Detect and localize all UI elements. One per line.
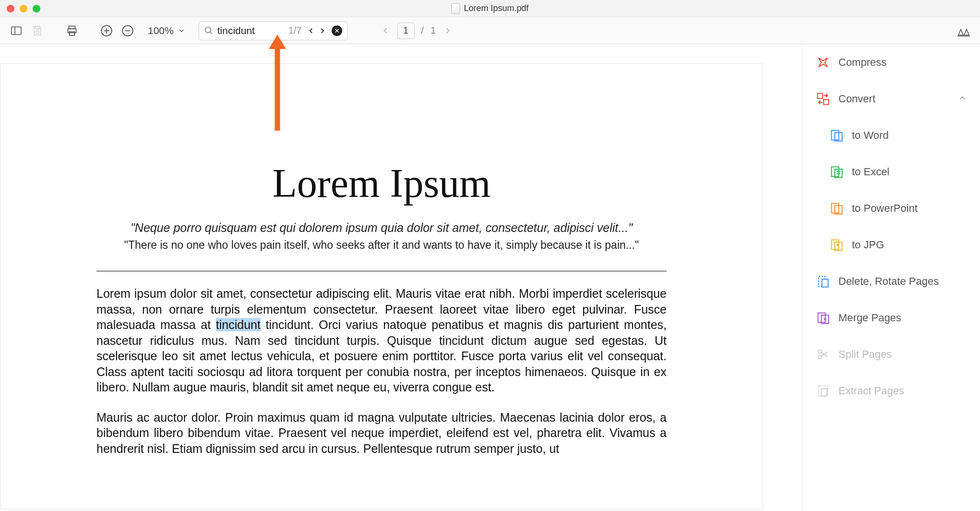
- sidebar-item-convert[interactable]: Convert: [803, 81, 980, 117]
- powerpoint-icon: [830, 202, 843, 215]
- split-icon: [816, 348, 830, 361]
- delete-rotate-icon: [816, 275, 830, 288]
- zoom-level-dropdown[interactable]: 100%: [146, 25, 185, 36]
- maximize-window-button[interactable]: [33, 5, 40, 12]
- svg-point-3: [36, 31, 39, 34]
- document-icon: [451, 3, 460, 14]
- zoom-in-button[interactable]: [98, 22, 115, 39]
- document-page: Lorem Ipsum "Neque porro quisquam est qu…: [0, 63, 763, 510]
- sidebar-label: Delete, Rotate Pages: [838, 275, 967, 288]
- sidebar-label: Compress: [838, 56, 967, 69]
- window-controls: [7, 5, 40, 12]
- zoom-out-button[interactable]: [119, 22, 136, 39]
- svg-point-40: [818, 355, 822, 359]
- sidebar-item-extract: Extract Pages: [803, 373, 980, 409]
- titlebar: Lorem Ipsum.pdf: [0, 0, 980, 17]
- document-quote-2: "There is no one who loves pain itself, …: [96, 239, 667, 252]
- sidebar-item-to-excel[interactable]: to Excel: [803, 154, 980, 190]
- search-next-button[interactable]: [317, 25, 328, 36]
- current-page-number: 1: [403, 25, 408, 36]
- sidebar-label: Merge Pages: [838, 312, 967, 324]
- extract-icon: [816, 384, 830, 398]
- sidebar-item-split: Split Pages: [803, 336, 980, 373]
- svg-rect-2: [36, 26, 39, 29]
- zoom-level-label: 100%: [146, 25, 176, 36]
- word-icon: [830, 129, 843, 142]
- sidebar-toggle-button[interactable]: [8, 22, 25, 39]
- sidebar-label: to Word: [852, 129, 967, 142]
- page-number-input[interactable]: 1: [397, 23, 415, 39]
- window-title-text: Lorem Ipsum.pdf: [464, 3, 528, 13]
- sidebar-label: Extract Pages: [838, 385, 967, 397]
- document-viewport[interactable]: Lorem Ipsum "Neque porro quisquam est qu…: [0, 44, 802, 511]
- document-title: Lorem Ipsum: [96, 160, 667, 207]
- svg-rect-20: [817, 93, 823, 98]
- search-box: 1/7: [199, 21, 347, 40]
- search-highlight: tincidunt: [216, 318, 261, 331]
- svg-rect-44: [822, 389, 827, 396]
- svg-rect-34: [822, 279, 828, 287]
- sidebar-label: Convert: [838, 93, 949, 105]
- document-divider: [96, 271, 667, 271]
- sidebar-item-compress[interactable]: Compress: [803, 44, 980, 81]
- sidebar-item-to-word[interactable]: to Word: [803, 117, 980, 154]
- prev-page-button[interactable]: [380, 25, 391, 36]
- sidebar-item-delete-rotate[interactable]: Delete, Rotate Pages: [803, 263, 980, 300]
- document-paragraph-1: Lorem ipsum dolor sit amet, consectetur …: [96, 286, 667, 395]
- document-quote-1: "Neque porro quisquam est qui dolorem ip…: [96, 221, 667, 235]
- svg-rect-6: [70, 32, 75, 36]
- convert-icon: [816, 92, 830, 106]
- svg-point-32: [837, 244, 839, 246]
- chevron-up-icon: [958, 93, 967, 105]
- svg-point-12: [205, 27, 211, 33]
- sidebar-item-to-powerpoint[interactable]: to PowerPoint: [803, 190, 980, 227]
- sidebar-label: to Excel: [852, 166, 967, 178]
- tools-sidebar: Compress Convert to Word: [802, 44, 980, 511]
- minimize-window-button[interactable]: [20, 5, 27, 12]
- page-total: 1: [430, 25, 436, 36]
- sidebar-item-to-jpg[interactable]: to JPG: [803, 227, 980, 263]
- page-navigation: 1 / 1: [380, 23, 454, 39]
- search-clear-button[interactable]: [332, 25, 342, 36]
- sidebar-label: to PowerPoint: [852, 202, 967, 215]
- svg-point-39: [818, 350, 822, 353]
- compress-icon: [816, 56, 830, 69]
- sidebar-item-merge[interactable]: Merge Pages: [803, 300, 980, 336]
- search-input[interactable]: [217, 25, 285, 36]
- sidebar-label: Split Pages: [838, 348, 967, 361]
- svg-line-13: [210, 32, 212, 34]
- search-result-count: 1/7: [288, 25, 302, 36]
- window-title: Lorem Ipsum.pdf: [451, 3, 528, 14]
- search-prev-button[interactable]: [306, 25, 316, 36]
- close-window-button[interactable]: [7, 5, 14, 12]
- svg-rect-0: [12, 27, 21, 35]
- save-button[interactable]: [29, 22, 46, 39]
- toolbar: 100% 1/7 1: [0, 17, 980, 44]
- document-paragraph-2: Mauris ac auctor dolor. Proin maximus qu…: [96, 410, 667, 457]
- print-button[interactable]: [63, 22, 81, 39]
- excel-icon: [830, 165, 843, 179]
- chevron-down-icon: [178, 27, 185, 35]
- svg-rect-21: [824, 99, 829, 105]
- search-icon: [204, 26, 214, 36]
- next-page-button[interactable]: [442, 25, 453, 36]
- highlighter-tool-button[interactable]: [955, 22, 972, 39]
- sidebar-label: to JPG: [852, 239, 967, 251]
- merge-icon: [816, 311, 830, 325]
- jpg-icon: [830, 238, 843, 252]
- page-separator: /: [421, 25, 424, 36]
